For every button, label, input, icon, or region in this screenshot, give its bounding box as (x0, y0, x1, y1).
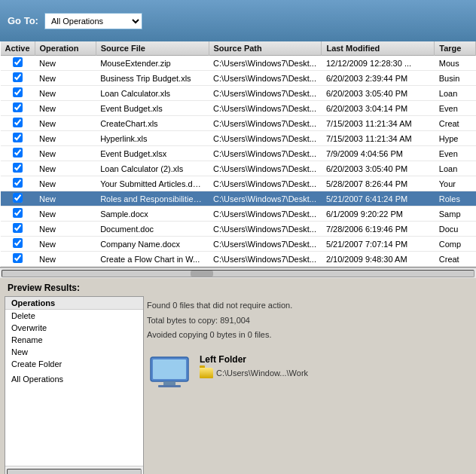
row-last-modified: 5/21/2007 7:07:14 PM (322, 237, 435, 252)
row-checkbox[interactable] (13, 57, 23, 67)
scrollbar-track[interactable] (2, 270, 474, 277)
ops-list-item[interactable]: Rename (5, 334, 143, 346)
row-last-modified: 7/15/2003 11:21:34 AM (322, 116, 435, 131)
row-source-path: C:\Users\Windows7\Deskt... (209, 252, 322, 267)
row-last-modified: 5/21/2007 6:41:24 PM (322, 191, 435, 206)
row-source-path: C:\Users\Windows7\Deskt... (209, 237, 322, 252)
operations-table: Active Operation Source File Source Path… (0, 41, 476, 268)
row-source-file: CreateChart.xls (96, 116, 209, 131)
row-target: Comp (435, 237, 476, 252)
row-operation: New (35, 176, 96, 191)
row-checkbox[interactable] (13, 193, 23, 203)
row-operation: New (35, 237, 96, 252)
row-checkbox[interactable] (13, 238, 23, 248)
ops-list-item[interactable]: Delete (5, 310, 143, 322)
row-target: Creat (435, 252, 476, 267)
svg-rect-2 (163, 381, 175, 385)
row-last-modified: 7/15/2003 11:21:34 AM (322, 131, 435, 146)
row-checkbox[interactable] (13, 253, 23, 263)
col-operation: Operation (35, 41, 96, 56)
row-checkbox[interactable] (13, 102, 23, 112)
row-source-file: Loan Calculator.xls (96, 86, 209, 101)
row-last-modified: 7/9/2009 4:04:56 PM (322, 146, 435, 161)
ops-list-header[interactable]: Operations (5, 297, 143, 310)
row-target: Creat (435, 116, 476, 131)
table-row: NewCreateChart.xlsC:\Users\Windows7\Desk… (1, 116, 476, 131)
row-operation: New (35, 116, 96, 131)
avoided-text: Avoided copying 0 bytes in 0 files. (147, 329, 471, 342)
row-target: Even (435, 146, 476, 161)
list-scrollbar-area[interactable] (5, 466, 143, 474)
table-row: NewHyperlink.xlsC:\Users\Windows7\Deskt.… (1, 131, 476, 146)
row-checkbox[interactable] (13, 208, 23, 218)
table-header-row: Active Operation Source File Source Path… (1, 41, 476, 56)
row-target: Even (435, 101, 476, 116)
row-source-path: C:\Users\Windows7\Deskt... (209, 191, 322, 206)
row-checkbox[interactable] (13, 223, 23, 233)
ops-list-item[interactable]: Overwrite (5, 322, 143, 334)
monitor-svg (147, 354, 192, 390)
table-row: NewLoan Calculator (2).xlsC:\Users\Windo… (1, 161, 476, 176)
row-operation: New (35, 222, 96, 237)
row-target: Docu (435, 222, 476, 237)
row-source-file: MouseExtender.zip (96, 56, 209, 71)
row-last-modified: 5/28/2007 8:26:44 PM (322, 176, 435, 191)
main-table-container: Active Operation Source File Source Path… (0, 41, 476, 268)
row-source-file: Company Name.docx (96, 237, 209, 252)
info-panel: Found 0 files that did not require actio… (147, 296, 471, 474)
col-source-file: Source File (96, 41, 209, 56)
row-operation: New (35, 206, 96, 222)
row-source-file: Your Submitted Articles.docx (96, 176, 209, 191)
col-source-path: Source Path (209, 41, 322, 56)
table-row: NewRoles and Responsibilities ...C:\User… (1, 191, 476, 206)
table-row: NewDocument.docC:\Users\Windows7\Deskt..… (1, 222, 476, 237)
row-source-file: Loan Calculator (2).xls (96, 161, 209, 176)
ops-list-item[interactable]: All Operations (5, 373, 143, 385)
goto-select[interactable]: All Operations New Delete Overwrite Rena… (44, 13, 142, 29)
row-source-path: C:\Users\Windows7\Deskt... (209, 86, 322, 101)
row-last-modified: 12/12/2009 12:28:30 ... (322, 56, 435, 71)
row-operation: New (35, 101, 96, 116)
svg-rect-1 (153, 359, 186, 379)
row-source-path: C:\Users\Windows7\Deskt... (209, 161, 322, 176)
table-row: NewMouseExtender.zipC:\Users\Windows7\De… (1, 56, 476, 71)
preview-content: OperationsDeleteOverwriteRenameNewCreate… (0, 296, 476, 474)
list-h-scrollbar[interactable] (7, 469, 142, 475)
row-source-file: Event Budget.xlsx (96, 146, 209, 161)
row-checkbox[interactable] (13, 163, 23, 173)
row-source-file: Roles and Responsibilities ... (96, 191, 209, 206)
row-last-modified: 6/20/2003 3:05:40 PM (322, 86, 435, 101)
scrollbar-thumb[interactable] (191, 271, 213, 277)
ops-list-item[interactable]: New (5, 346, 143, 358)
goto-label: Go To: (8, 15, 38, 26)
row-source-file: Sample.docx (96, 206, 209, 222)
col-last-modified: Last Modified (322, 41, 435, 56)
row-operation: New (35, 146, 96, 161)
row-target: Loan (435, 161, 476, 176)
table-row: NewCreate a Flow Chart in W...C:\Users\W… (1, 252, 476, 267)
row-operation: New (35, 191, 96, 206)
row-checkbox[interactable] (13, 72, 23, 82)
row-source-path: C:\Users\Windows7\Deskt... (209, 146, 322, 161)
row-checkbox[interactable] (13, 118, 23, 127)
folder-path-row: C:\Users\Window...\Work (200, 368, 308, 378)
ops-list-item[interactable]: Create Folder (5, 358, 143, 370)
table-horizontal-scrollbar[interactable] (0, 268, 476, 278)
row-target: Mous (435, 56, 476, 71)
row-checkbox[interactable] (13, 148, 23, 157)
folder-section: Left Folder C:\Users\Window...\Work (147, 354, 471, 390)
row-target: Samp (435, 206, 476, 222)
row-checkbox[interactable] (13, 87, 23, 97)
left-folder-label: Left Folder (200, 354, 308, 365)
row-operation: New (35, 56, 96, 71)
row-checkbox[interactable] (13, 178, 23, 188)
row-source-path: C:\Users\Windows7\Deskt... (209, 206, 322, 222)
table-row: NewEvent Budget.xlsC:\Users\Windows7\Des… (1, 101, 476, 116)
table-row: NewCompany Name.docxC:\Users\Windows7\De… (1, 237, 476, 252)
folder-path-text: C:\Users\Window...\Work (216, 368, 308, 378)
row-source-path: C:\Users\Windows7\Deskt... (209, 131, 322, 146)
row-target: Busin (435, 71, 476, 86)
operations-list-container: OperationsDeleteOverwriteRenameNewCreate… (5, 296, 144, 474)
row-checkbox[interactable] (13, 133, 23, 142)
row-operation: New (35, 161, 96, 176)
